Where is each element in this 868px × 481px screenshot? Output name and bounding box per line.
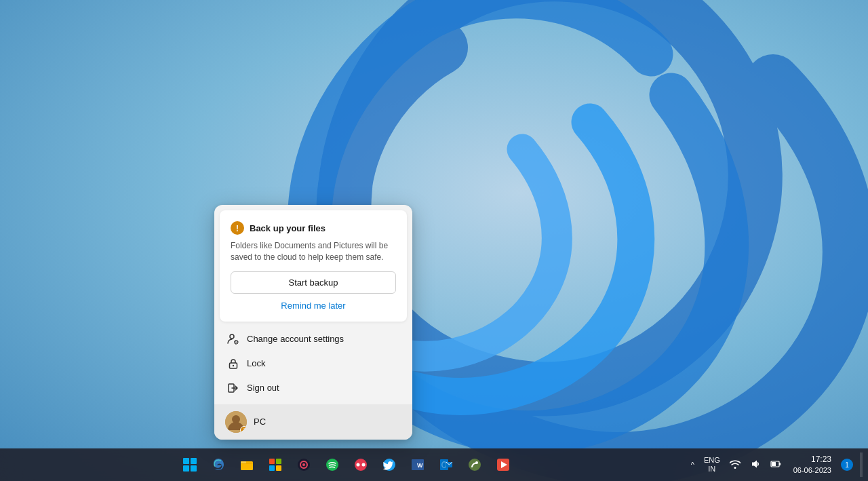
desktop-swirl <box>0 0 868 481</box>
battery-icon[interactable] <box>768 457 784 473</box>
svg-rect-15 <box>276 459 281 464</box>
person-gear-icon <box>226 332 240 346</box>
svg-rect-13 <box>241 461 246 463</box>
user-popup: ! Back up your files Folders like Docume… <box>214 205 412 440</box>
remind-later-button[interactable]: Remind me later <box>231 298 396 313</box>
backup-description: Folders like Documents and Pictures will… <box>231 240 396 263</box>
sign-out-icon <box>226 381 240 395</box>
lock-label: Lock <box>247 358 265 368</box>
svg-rect-8 <box>183 458 189 464</box>
outlook-button[interactable] <box>433 451 460 478</box>
svg-point-4 <box>233 364 234 366</box>
lock-icon <box>226 357 240 370</box>
language-indicator[interactable]: ENG IN <box>701 456 723 474</box>
wifi-icon[interactable] <box>727 457 743 473</box>
notification-badge[interactable]: 1 <box>841 459 853 471</box>
svg-rect-39 <box>772 462 776 466</box>
backup-notice: ! Back up your files Folders like Docume… <box>220 210 407 322</box>
sign-out-item[interactable]: Sign out <box>220 376 407 400</box>
svg-rect-38 <box>779 463 781 465</box>
svg-point-1 <box>230 334 234 339</box>
time-display: 17:23 <box>793 454 831 465</box>
edge-button[interactable] <box>205 451 232 478</box>
svg-point-23 <box>357 463 360 467</box>
backup-header: ! Back up your files <box>231 221 396 235</box>
app7-button[interactable] <box>347 451 374 478</box>
show-desktop-button[interactable] <box>860 453 863 477</box>
avatar-warning-badge: ! <box>240 426 247 433</box>
svg-rect-17 <box>276 465 281 471</box>
spotify-button[interactable] <box>319 451 346 478</box>
change-account-settings-item[interactable]: Change account settings <box>220 327 407 351</box>
change-account-settings-label: Change account settings <box>247 334 344 344</box>
app12-button[interactable] <box>490 451 517 478</box>
svg-rect-0 <box>0 0 868 481</box>
lock-item[interactable]: Lock <box>220 351 407 376</box>
store-button[interactable] <box>262 451 289 478</box>
menu-section: Change account settings Lock <box>214 324 412 403</box>
taskbar: W <box>0 448 868 481</box>
svg-point-34 <box>475 461 478 464</box>
user-name: PC <box>254 417 266 427</box>
taskbar-icons: W <box>5 451 688 478</box>
svg-rect-11 <box>191 465 197 472</box>
svg-rect-14 <box>269 459 275 464</box>
svg-rect-10 <box>183 465 189 472</box>
file-explorer-button[interactable] <box>233 451 260 478</box>
svg-text:W: W <box>417 462 423 469</box>
svg-rect-16 <box>269 465 275 471</box>
language-code: ENG <box>704 456 720 465</box>
volume-icon[interactable] <box>747 457 764 473</box>
system-tray: ^ ENG IN <box>688 453 863 477</box>
svg-point-33 <box>469 459 481 471</box>
svg-point-24 <box>362 463 366 467</box>
word-button[interactable]: W <box>404 451 431 478</box>
svg-point-20 <box>302 463 305 466</box>
language-region: IN <box>704 465 720 474</box>
clock[interactable]: 17:23 06-06-2023 <box>788 454 837 476</box>
start-button[interactable] <box>176 451 203 478</box>
user-account-footer[interactable]: ! PC <box>214 404 412 440</box>
desktop: ! Back up your files Folders like Docume… <box>0 0 868 481</box>
svg-point-31 <box>443 463 446 467</box>
twitter-button[interactable] <box>376 451 403 478</box>
app11-button[interactable] <box>461 451 488 478</box>
backup-title: Back up your files <box>250 223 326 233</box>
tray-chevron-button[interactable]: ^ <box>688 458 697 472</box>
user-avatar: ! <box>225 411 247 433</box>
date-display: 06-06-2023 <box>793 465 831 476</box>
app5-button[interactable] <box>290 451 317 478</box>
svg-rect-9 <box>191 458 197 464</box>
start-backup-button[interactable]: Start backup <box>231 271 396 294</box>
sign-out-label: Sign out <box>247 383 279 393</box>
warning-icon: ! <box>231 221 244 235</box>
